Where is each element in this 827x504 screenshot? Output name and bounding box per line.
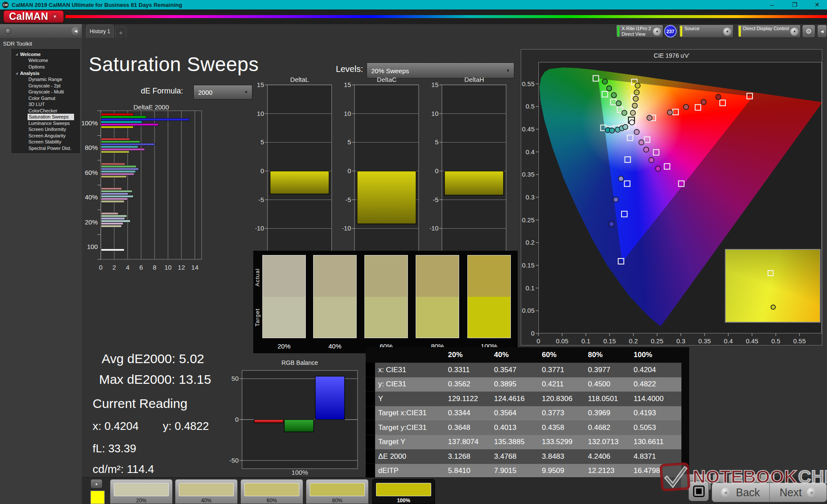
patch-bar-expand-button[interactable]: ▲ (90, 479, 103, 488)
table-cell: 114.4000 (631, 392, 681, 406)
svg-text:0: 0 (531, 330, 535, 337)
table-cell: 0.4013 (491, 420, 539, 435)
de-formula-dropdown[interactable]: 2000▼ (193, 85, 252, 100)
table-row-y: Y129.1122124.4616120.8306118.0501114.400… (375, 392, 681, 406)
patch-button-40[interactable]: 40% (175, 479, 238, 504)
reading-y: y: 0.4822 (163, 420, 209, 433)
patch-button-60[interactable]: 60% (240, 479, 303, 504)
sidebar-item-options[interactable]: Options (11, 64, 80, 70)
next-button[interactable]: Next » (769, 483, 827, 502)
table-header-cell (375, 347, 445, 363)
sidebar-item-3d-lut[interactable]: 3D LUT (11, 101, 80, 108)
close-button[interactable]: ✕ (813, 1, 821, 8)
svg-text:0: 0 (261, 167, 264, 174)
svg-text:0.25: 0.25 (651, 337, 663, 345)
sidebar-item-color-gamut[interactable]: Color Gamut (11, 95, 80, 102)
patch-color (310, 483, 365, 496)
sidebar-item-screen-uniformity[interactable]: Screen Uniformity (11, 126, 80, 133)
sidebar-group-analysis[interactable]: ◢Analysis (11, 70, 80, 76)
maximize-button[interactable]: ❐ (791, 1, 799, 8)
patch-label: 40% (175, 498, 237, 504)
table-cell: 137.8074 (445, 435, 491, 450)
deltal-chart: 151050-5-10-15100% (255, 76, 333, 272)
svg-text:0: 0 (348, 167, 351, 174)
sidebar-item-welcome[interactable]: Welcome (11, 57, 80, 64)
svg-text:2: 2 (112, 264, 116, 271)
patch-button-80[interactable]: 80% (306, 479, 369, 504)
sidebar-group-welcome[interactable]: ◢Welcome (11, 51, 80, 57)
current-patch-swatch (90, 491, 105, 504)
swatch-60 (364, 255, 408, 338)
patch-color (376, 483, 431, 496)
table-row-target-x-cie31: Target x:CIE310.33440.35640.37730.39690.… (375, 406, 681, 421)
svg-text:40%: 40% (85, 193, 98, 201)
display-control-label: Direct Display Control (743, 26, 789, 31)
sidebar-item-screen-stability[interactable]: Screen Stability (11, 139, 80, 145)
meter-dropdown[interactable]: X-Rite i1Pro 2 Direct View ▼ (616, 25, 663, 38)
table-cell: 120.8306 (539, 392, 585, 406)
tab-history-1[interactable]: History 1 (86, 25, 114, 38)
svg-text:0: 0 (99, 264, 103, 271)
actual-swatch (314, 255, 356, 297)
de-formula-label: dE Formula: (141, 87, 183, 96)
target-swatch (416, 297, 459, 338)
table-cell: 0.3977 (585, 363, 631, 377)
svg-text:50: 50 (231, 375, 239, 382)
svg-text:-10: -10 (430, 224, 438, 232)
svg-text:-10: -10 (342, 224, 351, 232)
sidebar-item-saturation-sweeps[interactable]: Saturation Sweeps (28, 114, 74, 120)
sidebar-item-dynamic-range[interactable]: Dynamic Range (11, 76, 80, 83)
table-cell: 129.1122 (445, 392, 491, 406)
cie-diagram-panel: CIE 1976 u'v' 00.050.10.150.20.250.30.35… (521, 49, 822, 345)
svg-text:0.35: 0.35 (522, 171, 535, 178)
table-cell: 0.3773 (539, 406, 585, 421)
table-cell: 3.4768 (491, 449, 539, 464)
sidebar-item-luminance-sweeps[interactable]: Luminance Sweeps (11, 120, 80, 127)
divider (677, 26, 678, 37)
svg-text:-5: -5 (345, 196, 351, 203)
levels-label: Levels: (302, 64, 363, 74)
svg-text:10: 10 (431, 110, 438, 117)
sidebar-item-grayscale-multi[interactable]: Grayscale - Multi (11, 89, 80, 95)
patch-button-100[interactable]: 100% (372, 479, 435, 504)
table-row-target-y: Target Y137.8074135.3885133.5299132.0713… (375, 435, 681, 450)
back-button[interactable]: « Back (712, 483, 769, 502)
source-label: Source (684, 26, 700, 31)
source-dropdown[interactable]: Source ▼ (679, 25, 734, 38)
target-row-label: Target (254, 297, 261, 338)
table-cell: 0.3547 (491, 363, 539, 377)
table-cell: 0.5053 (631, 420, 681, 435)
actual-swatch (263, 255, 305, 297)
chevron-down-icon: ▼ (52, 13, 58, 20)
main-toolbar: CalMAN ▼ (0, 9, 827, 24)
svg-text:0.35: 0.35 (698, 337, 711, 345)
table-cell: 7.9015 (491, 464, 539, 479)
sidebar-item-spectral-power-dist[interactable]: Spectral Power Dist. (11, 145, 80, 152)
svg-text:0.25: 0.25 (522, 216, 535, 224)
table-row-y-cie31: y: CIE310.35620.38950.42110.45000.4822 (375, 377, 681, 392)
settings-button[interactable]: ⚙ (802, 25, 815, 38)
table-row-e-2000: ΔE 20003.12683.47683.84834.24064.8371 (375, 449, 681, 464)
table-cell: 132.0713 (585, 435, 631, 450)
panel-collapse-button[interactable]: ◀ (817, 25, 827, 38)
actual-row-label: Actual (254, 257, 261, 298)
calman-menu-button[interactable]: CalMAN ▼ (3, 10, 64, 23)
svg-text:0.1: 0.1 (525, 284, 535, 292)
add-tab-button[interactable]: + (115, 26, 127, 38)
svg-text:100: 100 (87, 243, 98, 250)
chevron-down-icon: ▼ (244, 90, 248, 94)
sidebar-item-colorchecker[interactable]: ColorChecker (11, 108, 80, 114)
stop-button[interactable] (688, 481, 709, 501)
svg-text:14: 14 (191, 264, 199, 271)
sidebar-item-grayscale-2pt[interactable]: Grayscale - 2pt (11, 83, 80, 89)
cie-chart-title: CIE 1976 u'v' (521, 52, 822, 59)
sidebar-collapse-button[interactable]: ◀ (72, 27, 80, 35)
table-cell: 133.5299 (539, 435, 585, 450)
sidebar-item-screen-angularity[interactable]: Screen Angularity (11, 133, 80, 139)
patch-label: 80% (306, 498, 368, 504)
svg-text:6: 6 (139, 264, 143, 271)
display-control-dropdown[interactable]: Direct Display Control ▼ (737, 25, 801, 38)
chevron-down-icon: ▼ (723, 28, 731, 36)
minimize-button[interactable]: – (768, 1, 776, 8)
patch-button-20[interactable]: 20% (110, 479, 173, 504)
